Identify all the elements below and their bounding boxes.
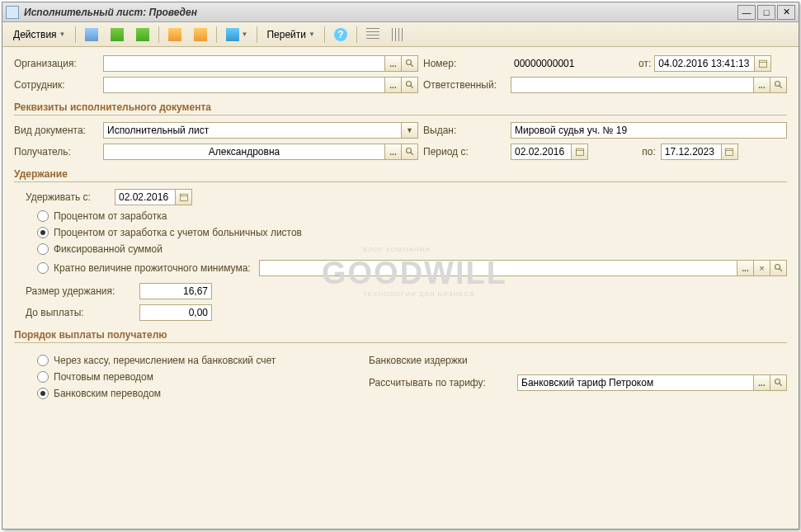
radio-percent-sick[interactable] <box>37 227 49 238</box>
bank-costs-label: Банковские издержки <box>369 355 787 366</box>
withhold-calendar-button[interactable] <box>176 189 192 205</box>
until-input[interactable] <box>139 304 212 321</box>
tariff-search-button[interactable] <box>770 374 787 391</box>
svg-rect-10 <box>576 148 583 155</box>
radio-minimum-row: Кратно величине прожиточного минимума: .… <box>37 260 787 276</box>
radio-percent-row: Процентом от заработка <box>37 210 787 222</box>
search-icon <box>405 80 415 90</box>
section-requisites-title: Реквизиты исполнительного документа <box>14 101 787 115</box>
radio-bank[interactable] <box>37 388 49 399</box>
minimize-button[interactable]: — <box>737 5 756 20</box>
doctype-label: Вид документа: <box>14 125 103 136</box>
svg-line-7 <box>779 86 781 88</box>
radio-bank-label: Банковским переводом <box>54 388 161 399</box>
svg-point-6 <box>775 82 780 87</box>
period-to-input[interactable] <box>661 144 722 160</box>
date-label: от: <box>638 58 651 69</box>
organization-input[interactable] <box>103 55 385 72</box>
help-icon: ? <box>334 28 347 41</box>
radio-cash-row: Через кассу, перечислением на банковский… <box>37 355 369 366</box>
save-icon <box>136 28 149 41</box>
employee-select-button[interactable]: ... <box>385 77 402 93</box>
toolbar-btn-3[interactable] <box>130 25 155 45</box>
until-row: До выплаты: <box>26 304 787 321</box>
close-button[interactable]: ✕ <box>777 5 795 20</box>
maximize-button[interactable]: □ <box>757 5 775 20</box>
date-calendar-button[interactable] <box>755 55 771 72</box>
separator <box>158 26 159 43</box>
help-button[interactable]: ? <box>328 25 353 45</box>
toolbar-btn-2[interactable] <box>105 25 130 45</box>
toolbar-btn-1[interactable] <box>79 25 104 45</box>
organization-search-button[interactable] <box>402 55 418 72</box>
radio-cash[interactable] <box>37 355 49 366</box>
svg-point-0 <box>406 60 411 65</box>
radio-postal-label: Почтовым переводом <box>54 371 153 383</box>
number-input[interactable] <box>511 55 614 72</box>
post-icon <box>168 28 181 41</box>
window-icon <box>6 6 19 19</box>
toolbar-btn-4[interactable] <box>163 25 187 45</box>
responsible-input[interactable] <box>511 77 754 93</box>
separator <box>75 26 76 43</box>
period-from-calendar-button[interactable] <box>572 144 588 160</box>
svg-line-1 <box>410 64 412 67</box>
toolbar-btn-list[interactable] <box>360 25 385 45</box>
document-icon <box>85 28 98 41</box>
toolbar: Действия ▼ ▼ Перейти ▼ ? <box>2 22 799 47</box>
recipient-label: Получатель: <box>14 146 103 158</box>
responsible-label: Ответственный: <box>423 79 507 91</box>
recipient-search-button[interactable] <box>402 144 418 160</box>
employee-search-button[interactable] <box>402 77 418 93</box>
radio-fixed[interactable] <box>37 243 49 255</box>
radio-minimum-label: Кратно величине прожиточного минимума: <box>54 262 251 274</box>
minimum-input[interactable] <box>259 260 737 276</box>
radio-postal[interactable] <box>37 371 49 383</box>
search-icon <box>774 263 784 273</box>
minimum-clear-button[interactable]: × <box>754 260 770 276</box>
toolbar-btn-settings[interactable] <box>386 25 411 45</box>
transfer-icon <box>226 28 239 41</box>
svg-rect-14 <box>180 194 187 200</box>
radio-percent[interactable] <box>37 210 49 222</box>
svg-point-8 <box>406 148 411 153</box>
period-to-calendar-button[interactable] <box>722 144 738 160</box>
period-label: Период с: <box>423 146 507 158</box>
section-withholding-title: Удержание <box>14 168 787 182</box>
responsible-select-button[interactable]: ... <box>754 77 770 93</box>
date-input[interactable] <box>654 55 755 72</box>
responsible-search-button[interactable] <box>770 77 787 93</box>
employee-input[interactable] <box>103 77 385 93</box>
separator <box>324 26 325 43</box>
employee-label: Сотрудник: <box>14 79 103 91</box>
organization-label: Организация: <box>14 58 103 69</box>
actions-menu-button[interactable]: Действия ▼ <box>7 26 72 44</box>
withhold-label: Удерживать с: <box>26 191 110 203</box>
issued-input[interactable] <box>511 122 787 139</box>
size-row: Размер удержания: <box>26 283 787 299</box>
toolbar-btn-5[interactable] <box>188 25 213 45</box>
chevron-down-icon: ▼ <box>242 31 248 38</box>
radio-percent-label: Процентом от заработка <box>54 210 167 222</box>
recipient-select-button[interactable]: ... <box>385 144 402 160</box>
structure-icon <box>194 28 207 41</box>
radio-postal-row: Почтовым переводом <box>37 371 369 383</box>
tariff-select-button[interactable]: ... <box>754 374 770 391</box>
radio-minimum[interactable] <box>37 262 49 274</box>
recipient-input[interactable] <box>103 144 385 160</box>
organization-select-button[interactable]: ... <box>385 55 402 72</box>
size-input[interactable] <box>139 283 212 299</box>
withhold-date-input[interactable] <box>115 189 176 205</box>
goto-menu-button[interactable]: Перейти ▼ <box>261 26 320 44</box>
calendar-icon <box>179 192 189 202</box>
toolbar-btn-6[interactable]: ▼ <box>220 25 254 45</box>
svg-line-9 <box>410 153 412 155</box>
svg-line-17 <box>779 269 781 271</box>
minimum-search-button[interactable] <box>770 260 787 276</box>
period-from-input[interactable] <box>511 144 572 160</box>
header-row-1: Организация: ... Номер: от: <box>14 55 787 72</box>
doctype-input[interactable] <box>103 122 402 139</box>
minimum-select-button[interactable]: ... <box>737 260 754 276</box>
doctype-dropdown-button[interactable]: ▼ <box>402 122 418 139</box>
tariff-input[interactable] <box>517 374 754 391</box>
